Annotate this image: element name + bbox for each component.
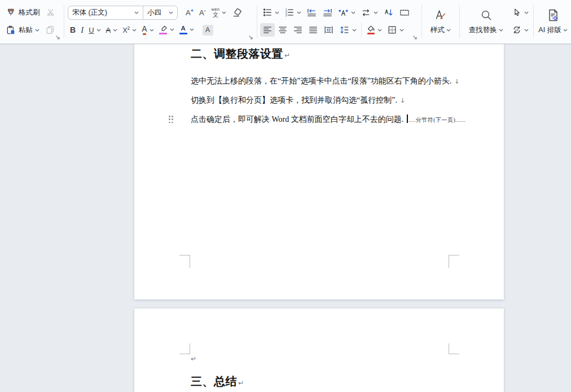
borders-icon [387, 25, 397, 35]
font-dialog-launcher[interactable] [248, 32, 253, 42]
translate-convert-button[interactable]: xA [509, 23, 531, 37]
phonetic-guide-button[interactable]: wén文 [209, 6, 229, 19]
font-controls: 宋体 (正文) 小四 [68, 6, 178, 20]
italic-button[interactable]: I [78, 24, 86, 36]
page-2[interactable]: ↵ 三、总结↵ [134, 309, 504, 392]
empty-paragraph-mark: ↵ [191, 355, 196, 363]
underline-button[interactable]: U [86, 25, 103, 36]
ai-layout-icon [546, 8, 560, 23]
text-direction-button[interactable] [358, 6, 380, 20]
line-break-mark: ↓ [400, 97, 405, 104]
strikethrough-icon: A [106, 27, 111, 34]
numbered-list-button[interactable]: 1 2 3 [282, 6, 304, 19]
grow-font-button[interactable]: A+ [183, 7, 196, 18]
superscript-button[interactable]: X2 [120, 24, 139, 36]
strikethrough-button[interactable]: A [104, 25, 120, 36]
font-color-icon: A [179, 25, 187, 34]
phonetic-guide-icon: wén文 [212, 7, 220, 17]
cursor-arrow-icon [512, 7, 522, 17]
ai-layout-button[interactable]: AI 排版 [535, 3, 570, 39]
shrink-font-button[interactable]: A- [197, 7, 208, 18]
bold-button[interactable]: B [68, 24, 78, 36]
find-replace-label: 查找替换 [469, 25, 497, 35]
section-break-marker: ....分节符(下一页)...... [409, 117, 466, 123]
character-scale-button[interactable] [336, 6, 358, 20]
format-painter-button[interactable]: 格式刷 [3, 6, 42, 20]
clear-format-button[interactable] [230, 6, 245, 20]
sort-button[interactable] [381, 6, 396, 20]
chevron-down-icon [524, 29, 529, 32]
margin-corner-mark [179, 343, 190, 354]
bullet-list-button[interactable] [260, 6, 282, 19]
chevron-down-icon [399, 29, 404, 32]
eraser-icon [232, 7, 243, 18]
chevron-down-icon [169, 11, 173, 14]
font-size-value: 小四 [147, 8, 161, 17]
increase-indent-button[interactable] [320, 6, 335, 20]
align-left-button[interactable] [260, 23, 275, 37]
line-spacing-button[interactable] [337, 23, 359, 37]
text-caret [407, 114, 407, 123]
styles-group: 样式 [424, 0, 458, 44]
chevron-down-icon [563, 29, 568, 32]
align-center-button[interactable] [275, 23, 290, 37]
paragraph-shading-icon [366, 25, 375, 35]
margin-corner-mark [449, 255, 459, 268]
heading-2[interactable]: 二、调整段落设置↵ [191, 47, 291, 62]
paragraph-shading-button[interactable] [364, 24, 384, 37]
select-button[interactable] [509, 6, 531, 19]
cut-button[interactable] [43, 6, 58, 19]
chevron-down-icon [170, 28, 174, 31]
find-replace-button[interactable]: 查找替换 [463, 3, 508, 39]
character-scale-icon [338, 7, 349, 18]
translate-convert-icon: xA [512, 25, 522, 35]
paragraph-3[interactable]: 点击确定后，即可解决 Word 文档前面空白字却上不去的问题.....分节符(下… [191, 114, 465, 125]
font-group: 宋体 (正文) 小四 A+ A- wén文 [68, 0, 255, 44]
font-name-select[interactable]: 宋体 (正文) [68, 6, 143, 19]
chevron-down-icon [134, 11, 139, 14]
paragraph-2[interactable]: 切换到【换行和分页】选项卡，找到并取消勾选“孤行控制”.↓ [191, 95, 405, 106]
text-effects-button[interactable]: A [139, 23, 156, 37]
character-shading-button[interactable]: A [200, 23, 216, 37]
document-grid-button[interactable] [397, 6, 412, 20]
distribute-button[interactable] [321, 23, 336, 37]
styles-button[interactable]: 样式 [427, 3, 454, 39]
decrease-indent-button[interactable] [304, 6, 319, 20]
decrease-indent-icon [306, 7, 317, 18]
align-center-icon [278, 25, 288, 35]
font-color-button[interactable]: A [177, 24, 196, 36]
character-shading-icon: A [203, 25, 213, 36]
font-name-value: 宋体 (正文) [72, 8, 107, 17]
chevron-down-icon [150, 29, 154, 32]
margin-corner-mark [449, 343, 459, 354]
highlight-color-button[interactable] [157, 24, 177, 36]
page-1[interactable]: 二、调整段落设置↵ 选中无法上移的段落，在“开始”选项卡中点击“段落”功能区右下… [134, 44, 504, 299]
format-painter-icon [6, 7, 16, 18]
chevron-down-icon [377, 29, 382, 32]
superscript-icon: X2 [122, 26, 130, 34]
clipboard-dialog-launcher[interactable] [55, 32, 60, 42]
paragraph-drag-handle[interactable] [169, 116, 173, 123]
chevron-down-icon [297, 11, 301, 14]
paste-label: 粘贴 [19, 25, 33, 35]
borders-button[interactable] [385, 23, 406, 37]
paragraph-1[interactable]: 选中无法上移的段落，在“开始”选项卡中点击“段落”功能区右下角的小箭头.↓ [191, 76, 460, 87]
document-grid-icon [399, 7, 410, 18]
font-size-select[interactable]: 小四 [143, 6, 177, 19]
chevron-down-icon [351, 11, 355, 14]
document-canvas[interactable]: 二、调整段落设置↵ 选中无法上移的段落，在“开始”选项卡中点击“段落”功能区右下… [0, 44, 571, 392]
chevron-down-icon [275, 11, 279, 14]
heading-3[interactable]: 三、总结↵ [191, 375, 244, 390]
chevron-down-icon [352, 29, 357, 32]
sort-icon [383, 7, 394, 18]
align-left-icon [262, 25, 273, 35]
svg-text:xA: xA [515, 28, 519, 32]
chevron-down-icon [96, 29, 101, 32]
styles-icon [433, 8, 448, 23]
justify-button[interactable] [306, 23, 320, 37]
increase-indent-icon [322, 7, 333, 18]
align-right-button[interactable] [291, 23, 305, 37]
paragraph-dialog-launcher[interactable] [412, 32, 418, 42]
chevron-down-icon [524, 11, 529, 14]
paste-button[interactable]: 粘贴 [3, 23, 42, 37]
